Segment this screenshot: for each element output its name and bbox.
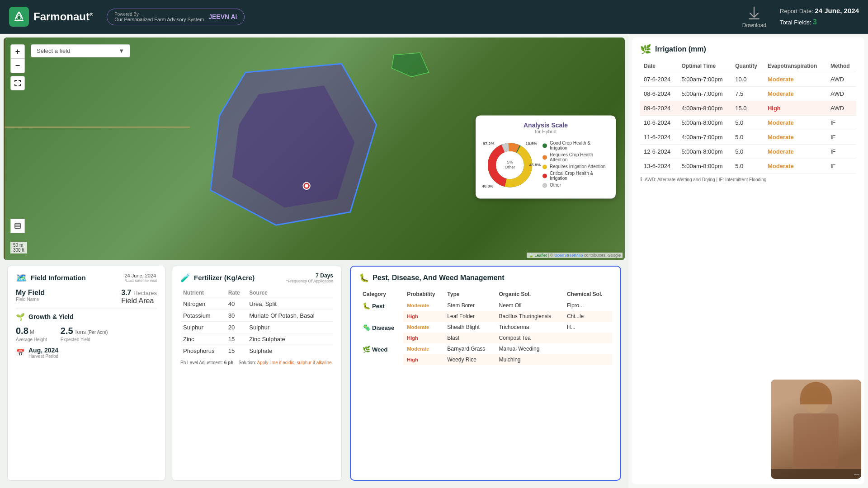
field-info-header: 🗺️ Field Information 24 June, 2024 *Last… — [16, 272, 157, 283]
fertilizer-title: Fertilizer (Kg/Acre) — [194, 274, 255, 282]
fert-source: Muriate Of Potash, Basal — [246, 310, 333, 321]
info-icon: ℹ — [640, 176, 642, 183]
irr-qty: 5.0 — [731, 116, 764, 130]
irr-qty: 5.0 — [731, 159, 764, 174]
field-name-label: Field Name — [16, 297, 45, 302]
irr-qty: 7.5 — [731, 87, 764, 101]
fert-nutrient: Zinc — [180, 333, 226, 345]
irrigation-title: Irrigation (mm) — [655, 45, 706, 53]
irrigation-footer: ℹ AWD: Alternate Wetting and Drying | IF… — [640, 176, 856, 183]
irrigation-row: 10-6-2024 5:00am-8:00pm 5.0 Moderate IF — [640, 116, 856, 130]
pest-row: 🌿Weed Moderate Barnyard Grass Manual Wee… — [359, 343, 612, 354]
irrigation-row: 12-6-2024 5:00am-8:00pm 5.0 Moderate IF — [640, 145, 856, 159]
field-select-dropdown[interactable]: Select a field ▼ — [31, 44, 130, 57]
fert-rate: 30 — [226, 310, 247, 321]
logo-icon — [9, 7, 29, 27]
category-cell-disease: 🦠Disease — [359, 322, 403, 343]
field-area-value: 3.7 Hectares — [121, 289, 157, 297]
irr-date: 09-6-2024 — [640, 101, 678, 116]
irr-et: High — [764, 101, 827, 116]
pest-type: Barnyard Grass — [443, 343, 495, 354]
pest-header: 🐛 Pest, Disease, And Weed Management — [359, 273, 612, 283]
pest-col-type: Type — [443, 288, 495, 300]
irrigation-icon: 🌿 — [640, 44, 651, 55]
map-controls: + − — [10, 44, 25, 90]
field-date: 24 June, 2024 *Last satellite visit — [124, 273, 157, 283]
fertilizer-table: Nutrient Rate Source Nitrogen 40 Urea, S… — [180, 288, 333, 357]
app-title: Farmonaut® — [33, 10, 93, 23]
fert-rate: 15 — [226, 333, 247, 345]
pest-chemical: Chi...le — [563, 311, 612, 322]
fert-col-source: Source — [246, 288, 333, 298]
irr-date: 13-6-2024 — [640, 159, 678, 174]
irr-date: 10-6-2024 — [640, 116, 678, 130]
zoom-out-button[interactable]: − — [10, 59, 25, 73]
fert-source: Sulphur — [246, 321, 333, 333]
pest-col-chemical: Chemical Sol. — [563, 288, 612, 300]
fertilizer-row: Phosphorus 15 Sulphate — [180, 345, 333, 357]
fert-nutrient: Nitrogen — [180, 298, 226, 310]
fert-col-nutrient: Nutrient — [180, 288, 226, 298]
map-layer-button[interactable] — [10, 219, 25, 233]
irr-time: 5:00am-7:00pm — [678, 72, 731, 87]
irr-method: AWD — [827, 101, 856, 116]
irrigation-header: 🌿 Irrigation (mm) — [640, 44, 856, 55]
irr-method: IF — [827, 145, 856, 159]
irr-time: 5:00am-8:00pm — [678, 145, 731, 159]
analysis-scale-subtitle: for Hybrid — [483, 129, 609, 135]
analysis-legend: Good Crop Health & Irrigation Requires C… — [542, 141, 609, 190]
download-button[interactable]: Download — [742, 5, 766, 28]
fertilizer-row: Potassium 30 Muriate Of Potash, Basal — [180, 310, 333, 321]
map-attribution: 🍃 Leaflet | © OpenStreetMap contributors… — [527, 253, 623, 258]
fert-rate: 20 — [226, 321, 247, 333]
irr-col-qty: Quantity — [731, 60, 764, 72]
zoom-in-button[interactable]: + — [10, 44, 25, 59]
irr-date: 12-6-2024 — [640, 145, 678, 159]
advisory-text: Our Personalized Farm Advisory System — [114, 17, 204, 22]
svg-text:5%: 5% — [507, 160, 513, 165]
pest-col-category: Category — [359, 288, 403, 300]
harvest-row: 📅 Aug, 2024 Harvest Period — [16, 347, 157, 359]
irr-et: Moderate — [764, 72, 827, 87]
pest-title: Pest, Disease, And Weed Management — [373, 274, 505, 282]
logo-area: Farmonaut® Powered By Our Personalized F… — [9, 7, 245, 27]
pest-organic: Manual Weeding — [495, 343, 563, 354]
pest-chemical — [563, 354, 612, 365]
fertilizer-panel: 🧪 Fertilizer (Kg/Acre) 7 Days *Frequency… — [172, 266, 342, 481]
pest-type: Stem Borer — [443, 300, 495, 311]
irr-et: Moderate — [764, 130, 827, 145]
field-info-title: Field Information — [31, 274, 86, 282]
irr-time: 4:00am-8:00pm — [678, 101, 731, 116]
svg-point-0 — [17, 15, 21, 20]
irr-date: 08-6-2024 — [640, 87, 678, 101]
pest-chemical — [563, 333, 612, 343]
irr-qty: 5.0 — [731, 145, 764, 159]
avg-height-label: Average Height — [16, 337, 47, 342]
irr-method: AWD — [827, 72, 856, 87]
irr-time: 5:00am-7:00pm — [678, 87, 731, 101]
irr-method: IF — [827, 116, 856, 130]
video-minimize-button[interactable]: — — [854, 471, 859, 477]
fert-nutrient: Sulphur — [180, 321, 226, 333]
growth-header: 🌱 Growth & Yield — [16, 313, 157, 321]
legend-requires-irr: Requires Irrigation Attention — [542, 164, 609, 169]
pest-prob: Moderate — [403, 300, 443, 311]
field-icon: 🗺️ — [16, 272, 27, 283]
legend-requires-crop: Requires Crop Health Attention — [542, 153, 609, 163]
svg-text:Other: Other — [505, 165, 515, 170]
irr-et: Moderate — [764, 116, 827, 130]
field-name-row: My Field Field Name 3.7 Hectares Field A… — [16, 289, 157, 305]
pest-type: Blast — [443, 333, 495, 343]
pest-organic: Mulching — [495, 354, 563, 365]
fertilizer-row: Nitrogen 40 Urea, Split — [180, 298, 333, 310]
growth-metrics: 0.8 M Average Height 2.5 Tons (Per Acre)… — [16, 326, 157, 342]
yield-label: Expected Yield — [61, 337, 108, 342]
field-name-block: My Field Field Name — [16, 289, 45, 305]
category-cell-weed: 🌿Weed — [359, 343, 403, 365]
fullscreen-button[interactable] — [10, 76, 25, 90]
irr-et: Moderate — [764, 159, 827, 174]
pest-type: Weedy Rice — [443, 354, 495, 365]
pest-prob: High — [403, 311, 443, 322]
irr-method: AWD — [827, 87, 856, 101]
irr-time: 5:00am-8:00pm — [678, 116, 731, 130]
